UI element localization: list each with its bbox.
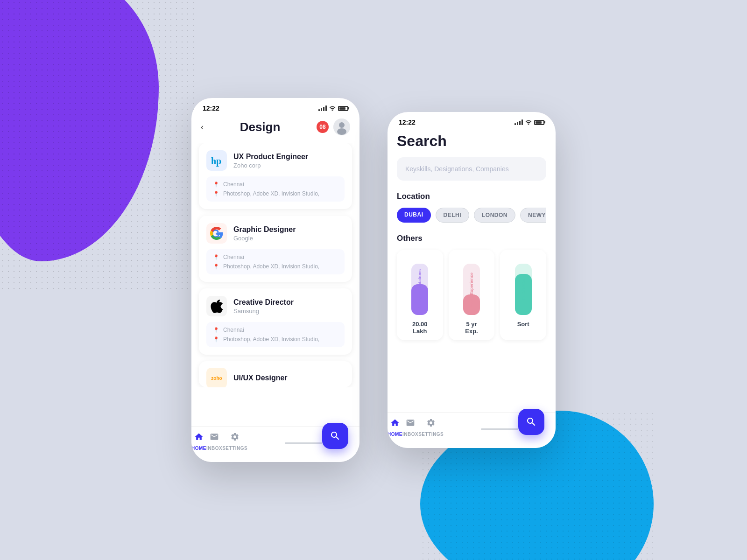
- job-card-1[interactable]: hp UX Product Engineer Zoho corp 📍 Chenn…: [199, 143, 352, 209]
- location-pin-icon-2: 📍: [213, 254, 219, 260]
- job-3-company: Samsung: [233, 308, 294, 315]
- job-3-info: Creative Director Samsung: [233, 298, 294, 315]
- battery-icon-right: [534, 120, 544, 125]
- job-2-info: Graphic Designer Google: [233, 225, 296, 242]
- job-card-3[interactable]: Creative Director Samsung 📍 Chennai 📍 Ph…: [199, 288, 352, 355]
- svg-text:hp: hp: [211, 156, 221, 167]
- work-exp-card-label: 5 yr Exp.: [449, 315, 495, 340]
- nav-inbox-right[interactable]: INBOX: [402, 418, 418, 437]
- signal-bars-left: [318, 105, 327, 111]
- freshness-card-label: Sort: [500, 315, 546, 333]
- signal-bar-3: [323, 107, 324, 111]
- job-card-4[interactable]: zoho UI/UX Designer: [199, 361, 352, 387]
- location-tag-newyork[interactable]: NEWYORK: [520, 208, 546, 223]
- job-1-location: Chennai: [223, 181, 244, 188]
- nav-settings-label-left: SETTINGS: [222, 446, 247, 451]
- work-exp-bar-label: Work Experience: [469, 273, 474, 307]
- battery-icon-left: [338, 106, 348, 111]
- job-3-location: Chennai: [223, 327, 244, 333]
- time-right: 12:22: [399, 119, 416, 126]
- back-button[interactable]: ‹: [201, 122, 204, 132]
- search-input-container[interactable]: Keyskills, Designations, Companies: [397, 157, 546, 181]
- job-card-1-header: hp UX Product Engineer Zoho corp: [206, 150, 345, 171]
- job-3-title: Creative Director: [233, 298, 294, 307]
- svg-point-2: [337, 128, 346, 135]
- job-card-3-header: Creative Director Samsung: [206, 296, 345, 316]
- salary-chart-area: Salary Expectations: [397, 250, 443, 315]
- freshness-chart-area: Freshness: [500, 250, 546, 315]
- jobs-list: hp UX Product Engineer Zoho corp 📍 Chenn…: [191, 143, 359, 387]
- job-3-details: 📍 Chennai 📍 Photoshop, Adobe XD, Invisio…: [206, 322, 345, 347]
- inbox-icon-right: [406, 418, 415, 430]
- job-3-skills: Photoshop, Adobe XD, Invision Studio,: [223, 336, 319, 343]
- status-bar-left: 12:22: [191, 98, 359, 115]
- location-section-title: Location: [397, 192, 546, 201]
- nav-inbox-label-right: INBOX: [402, 432, 418, 437]
- signal-bar-r2: [517, 122, 518, 125]
- work-exp-card[interactable]: Work Experience 5 yr Exp.: [449, 250, 495, 340]
- job-2-title: Graphic Designer: [233, 225, 296, 234]
- phone-right: 12:22 Search Keyskill: [388, 112, 556, 448]
- bg-purple-dots: [0, 0, 196, 289]
- location-tags: DUBAI DELHI LONDON NEWYORK: [397, 208, 546, 223]
- page-title: Design: [240, 120, 281, 134]
- location-tag-delhi[interactable]: DELHI: [436, 208, 470, 223]
- others-section-title: Others: [397, 234, 546, 243]
- job-4-info: UI/UX Designer: [233, 374, 288, 382]
- job-2-location-row: 📍 Chennai: [213, 254, 338, 260]
- nav-home-label-left: HOME: [191, 446, 206, 451]
- job-1-skills: Photoshop, Adobe XD, Invision Studio,: [223, 190, 319, 197]
- skills-icon-2: 📍: [213, 264, 219, 270]
- skills-icon-3: 📍: [213, 336, 219, 343]
- notification-badge[interactable]: 08: [317, 121, 329, 133]
- nav-indicator-left: [285, 442, 322, 444]
- settings-icon-left: [230, 432, 240, 444]
- freshness-card[interactable]: Freshness Sort: [500, 250, 546, 340]
- fab-search-right[interactable]: [518, 409, 544, 435]
- job-2-skills-row: 📍 Photoshop, Adobe XD, Invision Studio,: [213, 263, 338, 270]
- nav-settings-left[interactable]: SETTINGS: [222, 432, 247, 451]
- job-card-2[interactable]: G Graphic: [199, 216, 352, 282]
- others-grid: Salary Expectations 20.00 Lakh: [397, 250, 546, 340]
- nav-indicator-right: [481, 428, 518, 430]
- nav-settings-label-right: SETTINGS: [418, 432, 444, 437]
- google-logo: G: [206, 223, 227, 244]
- home-icon-right: [390, 418, 400, 430]
- nav-inbox-left[interactable]: INBOX: [206, 432, 222, 451]
- job-4-title: UI/UX Designer: [233, 374, 288, 382]
- job-3-skills-row: 📍 Photoshop, Adobe XD, Invision Studio,: [213, 336, 338, 343]
- nav-home-right[interactable]: HOME: [388, 418, 402, 437]
- signal-bars-right: [514, 119, 523, 125]
- job-2-skills: Photoshop, Adobe XD, Invision Studio,: [223, 263, 319, 270]
- nav-settings-right[interactable]: SETTINGS: [418, 418, 444, 437]
- salary-card-label: 20.00 Lakh: [397, 315, 443, 340]
- skills-icon-1: 📍: [213, 191, 219, 197]
- home-icon-left: [194, 432, 204, 444]
- job-1-location-row: 📍 Chennai: [213, 181, 338, 188]
- location-tag-dubai[interactable]: DUBAI: [397, 208, 431, 223]
- job-1-info: UX Product Engineer Zoho corp: [233, 153, 308, 169]
- header-right: 08: [317, 119, 350, 135]
- fab-search-left[interactable]: [322, 423, 348, 449]
- location-pin-icon-3: 📍: [213, 327, 219, 333]
- work-exp-chart-area: Work Experience: [449, 250, 495, 315]
- nav-home-left[interactable]: HOME: [191, 432, 206, 451]
- salary-card[interactable]: Salary Expectations 20.00 Lakh: [397, 250, 443, 340]
- phone-left: 12:22 ‹ Design 08: [191, 98, 359, 462]
- job-1-details: 📍 Chennai 📍 Photoshop, Adobe XD, Invisio…: [206, 176, 345, 202]
- freshness-bar-label: Freshness: [521, 279, 526, 300]
- phones-wrapper: 12:22 ‹ Design 08: [191, 98, 556, 462]
- location-pin-icon-1: 📍: [213, 182, 219, 188]
- apple-logo: [206, 296, 227, 316]
- signal-bar-r1: [514, 123, 516, 125]
- others-section: Others Salary Expectations 20.0: [397, 234, 546, 340]
- signal-bar-r3: [519, 121, 521, 125]
- job-1-skills-row: 📍 Photoshop, Adobe XD, Invision Studio,: [213, 190, 338, 197]
- search-title: Search: [397, 129, 546, 157]
- user-avatar[interactable]: [333, 119, 350, 135]
- time-left: 12:22: [203, 105, 219, 112]
- hp-logo: hp: [206, 150, 227, 171]
- signal-bar-4: [325, 105, 327, 111]
- location-tag-london[interactable]: LONDON: [474, 208, 515, 223]
- signal-bar-1: [318, 109, 320, 111]
